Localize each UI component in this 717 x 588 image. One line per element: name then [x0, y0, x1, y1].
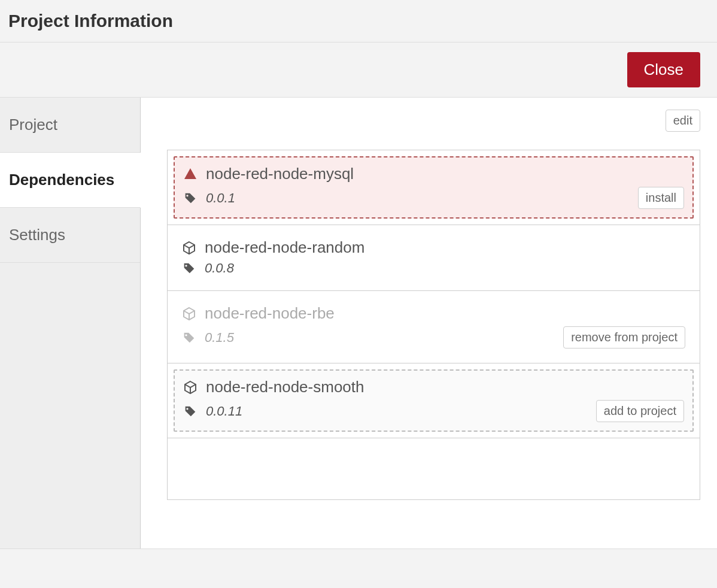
dependency-card-unused: node-red-node-rbe 0.1.5 remove from proj… [174, 297, 694, 357]
dependencies-list[interactable]: node-red-node-mysql 0.0.1 install [167, 150, 700, 500]
sidebar: Project Dependencies Settings [0, 98, 141, 548]
dependency-card-warning: node-red-node-mysql 0.0.1 install [174, 156, 694, 219]
dependency-version: 0.0.8 [205, 260, 234, 276]
dependency-version-line: 0.0.11 add to project [183, 400, 684, 422]
sidebar-item-project[interactable]: Project [0, 98, 140, 153]
dependency-version-line: 0.1.5 remove from project [182, 326, 685, 348]
dependency-row: node-red-node-mysql 0.0.1 install [168, 150, 700, 225]
dependency-version-line: 0.0.1 install [183, 187, 684, 209]
remove-from-project-button[interactable]: remove from project [563, 326, 685, 348]
dependency-name: node-red-node-random [205, 238, 364, 257]
body: Project Dependencies Settings edit node-… [0, 98, 717, 548]
cube-icon [183, 380, 198, 395]
dependency-card: node-red-node-random 0.0.8 [174, 231, 694, 284]
cube-icon [182, 241, 196, 255]
add-to-project-button[interactable]: add to project [596, 400, 684, 422]
dependency-name: node-red-node-mysql [206, 165, 354, 183]
dependency-row: node-red-node-rbe 0.1.5 remove from proj… [168, 291, 700, 363]
close-button[interactable]: Close [627, 52, 700, 87]
dependency-card-available: node-red-node-smooth 0.0.11 add to proje… [174, 369, 694, 432]
sidebar-item-settings[interactable]: Settings [0, 208, 140, 263]
dependency-name-line: node-red-node-random [182, 238, 685, 257]
dependency-row: node-red-node-random 0.0.8 [168, 225, 700, 291]
tag-icon [183, 191, 198, 205]
dependency-version: 0.0.1 [206, 190, 235, 206]
install-button[interactable]: install [638, 187, 684, 209]
main-panel: edit node-red-node-mysql [141, 98, 717, 548]
edit-row: edit [167, 110, 700, 132]
dependency-name-line: node-red-node-rbe [182, 304, 685, 323]
tag-icon [182, 331, 196, 345]
cube-icon [182, 307, 196, 321]
edit-button[interactable]: edit [666, 110, 700, 132]
dependency-name: node-red-node-smooth [206, 378, 364, 396]
list-tail [168, 438, 700, 447]
dependency-version: 0.0.11 [206, 404, 242, 419]
header: Project Information [0, 0, 717, 43]
dependency-version-line: 0.0.8 [182, 260, 685, 276]
toolbar: Close [0, 43, 717, 98]
dependency-version: 0.1.5 [205, 330, 234, 345]
tag-icon [182, 261, 196, 275]
dependency-name-line: node-red-node-smooth [183, 378, 684, 396]
dependency-name: node-red-node-rbe [205, 304, 335, 323]
sidebar-item-dependencies[interactable]: Dependencies [0, 153, 141, 208]
page-title: Project Information [8, 11, 709, 31]
dependency-row: node-red-node-smooth 0.0.11 add to proje… [168, 363, 700, 438]
warning-icon [183, 167, 198, 181]
dependency-name-line: node-red-node-mysql [183, 165, 684, 183]
footer [0, 548, 717, 588]
tag-icon [183, 404, 198, 419]
